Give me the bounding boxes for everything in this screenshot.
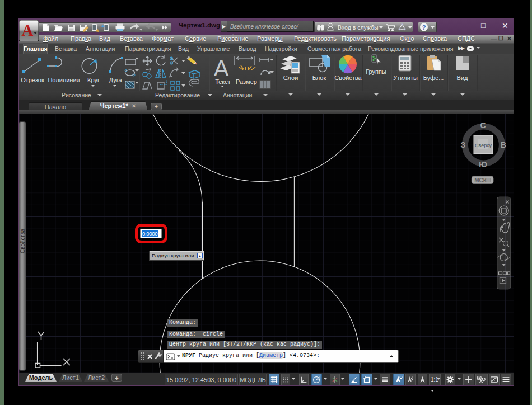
svg-text:Вход в службы: Вход в службы [338,24,379,31]
svg-text:A: A [22,21,34,39]
svg-text:С: С [480,121,486,130]
svg-text:Ю: Ю [479,160,487,169]
svg-text:МСК: МСК [474,177,487,183]
svg-text:В: В [501,140,506,149]
svg-text:?: ? [422,24,426,31]
svg-text:З: З [461,140,466,149]
svg-text:Сверху: Сверху [475,143,492,148]
